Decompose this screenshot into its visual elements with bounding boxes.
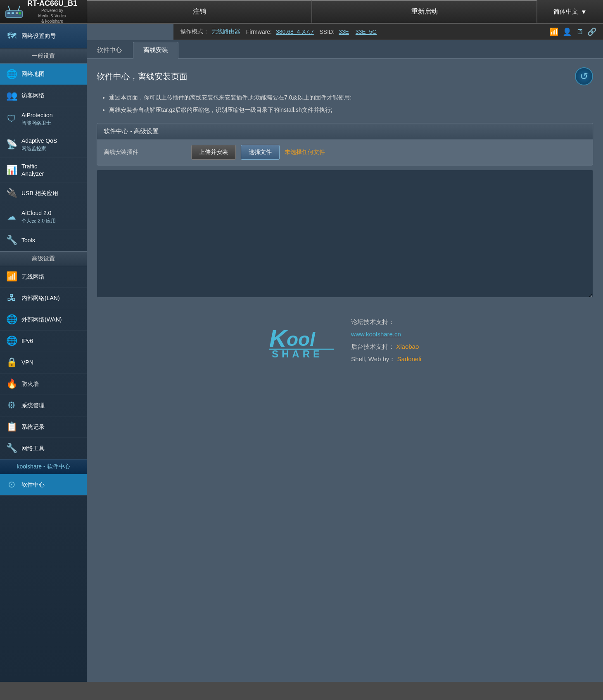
sidebar-item-network-map[interactable]: 🌐 网络地图 bbox=[0, 64, 87, 85]
settings-header: 软件中心 - 高级设置 bbox=[97, 123, 593, 140]
sidebar-item-software-center[interactable]: ⊙ 软件中心 bbox=[0, 474, 87, 496]
svg-text:ool: ool bbox=[287, 329, 316, 350]
choose-file-button[interactable]: 选择文件 bbox=[241, 145, 280, 160]
aiprotection-icon: 🛡 bbox=[6, 114, 17, 124]
language-selector[interactable]: 简体中文 ▼ bbox=[537, 0, 603, 23]
koolshare-logo: K ool SHARE bbox=[268, 322, 335, 359]
tools-icon: 🔧 bbox=[6, 235, 17, 246]
backend-support-row: 后台技术支持： Xiaobao bbox=[351, 341, 421, 353]
log-output-area[interactable] bbox=[97, 170, 593, 298]
sidebar-vpn-label: VPN bbox=[21, 359, 33, 366]
ipv6-icon: 🌐 bbox=[6, 336, 17, 346]
mode-value[interactable]: 无线路由器 bbox=[211, 28, 240, 35]
sidebar-item-usb-apps[interactable]: 🔌 USB 相关应用 bbox=[0, 183, 87, 204]
sidebar-item-adaptive-qos[interactable]: 📡 Adaptive QoS 网络监控家 bbox=[0, 132, 87, 158]
sidebar-item-wireless[interactable]: 📶 无线网络 bbox=[0, 266, 87, 288]
sidebar-item-vpn[interactable]: 🔒 VPN bbox=[0, 352, 87, 374]
sidebar-firewall-label: 防火墙 bbox=[21, 380, 39, 388]
language-label: 简体中文 bbox=[553, 8, 578, 16]
svg-point-4 bbox=[19, 12, 21, 14]
sidebar-nettools-label: 网络工具 bbox=[21, 445, 45, 452]
sidebar-sysadmin-label: 系统管理 bbox=[21, 402, 45, 409]
tab-offline-install[interactable]: 离线安装 bbox=[133, 42, 178, 59]
tab-bar: 软件中心 离线安装 bbox=[87, 40, 603, 59]
software-center-icon: ⊙ bbox=[6, 479, 17, 490]
aicloud-icon: ☁ bbox=[6, 211, 17, 222]
sidebar-wan-label: 外部网络(WAN) bbox=[21, 316, 62, 323]
wan-icon: 🌐 bbox=[6, 314, 17, 325]
powered-by-text: Powered by Merlin & Vortex & koolshare bbox=[27, 8, 77, 24]
advanced-settings-label: 高级设置 bbox=[0, 251, 87, 266]
sidebar-item-guest-network[interactable]: 👥 访客网络 bbox=[0, 85, 87, 106]
vpn-icon: 🔒 bbox=[6, 357, 17, 368]
ssid-separator bbox=[351, 28, 353, 35]
koolshare-section-label: koolshare - 软件中心 bbox=[0, 459, 87, 474]
sidebar-item-sysadmin[interactable]: ⚙ 系统管理 bbox=[0, 395, 87, 416]
svg-line-6 bbox=[18, 6, 20, 11]
sidebar-item-traffic-analyzer[interactable]: 📊 TrafficAnalyzer bbox=[0, 158, 87, 183]
usb-icon: 🔌 bbox=[6, 188, 17, 199]
mode-label: 操作模式： bbox=[180, 28, 209, 35]
tab-software-center[interactable]: 软件中心 bbox=[87, 42, 132, 58]
sidebar-item-tools[interactable]: 🔧 Tools bbox=[0, 230, 87, 251]
sidebar-item-aicloud[interactable]: ☁ AiCloud 2.0 个人云 2.0 应用 bbox=[0, 204, 87, 230]
back-button[interactable]: ↺ bbox=[575, 67, 593, 85]
settings-section: 软件中心 - 高级设置 离线安装插件 上传并安装 选择文件 未选择任何文件 bbox=[97, 123, 593, 166]
chevron-down-icon: ▼ bbox=[581, 8, 587, 15]
backend-label: 后台技术支持： bbox=[351, 343, 394, 350]
page-content: 软件中心，离线安装页面 ↺ 通过本页面，你可以上传插件的离线安装包来安装插件,此… bbox=[87, 59, 603, 682]
forum-link[interactable]: www.koolshare.cn bbox=[351, 331, 401, 338]
header-nav: 注销 重新启动 简体中文 ▼ bbox=[87, 0, 603, 23]
plugin-install-row: 离线安装插件 上传并安装 选择文件 未选择任何文件 bbox=[97, 140, 593, 165]
sidebar-item-ipv6[interactable]: 🌐 IPv6 bbox=[0, 331, 87, 352]
adaptive-qos-icon: 📡 bbox=[6, 139, 17, 150]
syslog-icon: 📋 bbox=[6, 421, 17, 432]
status-bar: 操作模式： 无线路由器 Firmware: 380.68_4-X7.7 SSID… bbox=[173, 24, 603, 40]
svg-line-5 bbox=[8, 6, 10, 11]
firmware-value[interactable]: 380.68_4-X7.7 bbox=[276, 28, 314, 35]
file-status: 未选择任何文件 bbox=[285, 149, 325, 156]
sidebar-network-map-label: 网络地图 bbox=[21, 70, 45, 78]
sidebar-guest-network-label: 访客网络 bbox=[21, 92, 45, 99]
sysadmin-icon: ⚙ bbox=[6, 400, 17, 411]
upload-install-button[interactable]: 上传并安装 bbox=[191, 145, 236, 160]
svg-rect-3 bbox=[16, 12, 18, 14]
user-status-icon: 👤 bbox=[563, 27, 572, 36]
footer-info: 论坛技术支持： www.koolshare.cn 后台技术支持： Xiaobao… bbox=[351, 316, 421, 365]
sidebar-item-nettools[interactable]: 🔧 网络工具 bbox=[0, 438, 87, 459]
cancel-button[interactable]: 注销 bbox=[87, 0, 312, 23]
sidebar-item-network-wizard[interactable]: 🗺 网络设置向导 bbox=[0, 24, 87, 49]
plugin-label: 离线安装插件 bbox=[104, 149, 186, 156]
svg-rect-1 bbox=[7, 12, 10, 14]
sidebar-item-lan[interactable]: 🖧 内部网络(LAN) bbox=[0, 288, 87, 309]
sidebar-item-firewall[interactable]: 🔥 防火墙 bbox=[0, 374, 87, 395]
koolshare-logo-svg: K ool SHARE bbox=[268, 322, 335, 359]
screen-status-icon: 🖥 bbox=[576, 28, 583, 36]
sidebar-tools-label: Tools bbox=[21, 236, 35, 244]
sidebar-wizard-label: 网络设置向导 bbox=[21, 32, 56, 40]
wifi-status-icon: 📶 bbox=[549, 27, 558, 36]
network-status-icon: 🔗 bbox=[587, 27, 596, 36]
sidebar-syslog-label: 系统记录 bbox=[21, 423, 45, 430]
sidebar-aicloud-label: AiCloud 2.0 个人云 2.0 应用 bbox=[21, 209, 56, 225]
shell-label: Shell, Web by： bbox=[351, 355, 395, 362]
firewall-icon: 🔥 bbox=[6, 378, 17, 389]
page-title: 软件中心，离线安装页面 bbox=[97, 71, 188, 82]
footer-branding: K ool SHARE 论坛技术支持： www.koolshare.cn bbox=[97, 299, 593, 382]
forum-link-row: www.koolshare.cn bbox=[351, 328, 421, 341]
traffic-analyzer-icon: 📊 bbox=[6, 165, 17, 175]
shell-name: Sadoneli bbox=[397, 355, 421, 362]
backend-name: Xiaobao bbox=[396, 343, 419, 350]
svg-text:SHARE: SHARE bbox=[272, 348, 323, 359]
sidebar-item-wan[interactable]: 🌐 外部网络(WAN) bbox=[0, 309, 87, 331]
network-map-icon: 🌐 bbox=[6, 69, 17, 80]
ssid-value2[interactable]: 33E_5G bbox=[356, 28, 377, 35]
main-layout: 🗺 网络设置向导 一般设置 🌐 网络地图 👥 访客网络 🛡 AiProtecti… bbox=[0, 24, 603, 682]
sidebar-item-syslog[interactable]: 📋 系统记录 bbox=[0, 416, 87, 438]
info-bullet-2: 离线安装会自动解压tar.gz后缀的压缩包，识别压缩包一级目录下的install… bbox=[109, 105, 593, 114]
sidebar-adaptive-qos-label: Adaptive QoS 网络监控家 bbox=[21, 137, 57, 152]
restart-button[interactable]: 重新启动 bbox=[312, 0, 537, 23]
ssid-value1[interactable]: 33E bbox=[339, 28, 349, 35]
forum-support-row: 论坛技术支持： bbox=[351, 316, 421, 328]
sidebar-item-aiprotection[interactable]: 🛡 AiProtection 智能网络卫士 bbox=[0, 106, 87, 132]
